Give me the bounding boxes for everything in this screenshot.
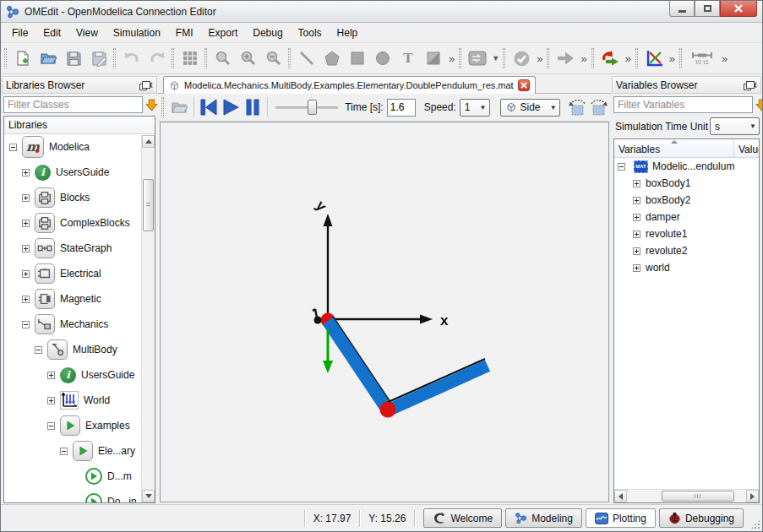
toolbar-handle[interactable] [547,48,549,68]
plot-overflow-button[interactable]: » [667,52,678,65]
menu-view[interactable]: View [68,24,106,41]
toolbar-handle[interactable] [288,48,291,68]
filter-classes-input[interactable] [3,96,143,113]
pause-animation-button[interactable] [243,96,263,118]
interval-overflow-button[interactable]: » [719,52,730,65]
menu-debug[interactable]: Debug [245,24,290,41]
toolbar-handle[interactable] [204,48,207,68]
variable-item-revolute2[interactable]: revolute2 [614,242,759,259]
expand-expander[interactable] [633,214,640,221]
transition-dropdown-caret[interactable]: ▼ [490,54,501,62]
expand-expander[interactable] [22,270,30,278]
toolbar-handle[interactable] [459,48,461,68]
time-input[interactable] [387,99,416,117]
toolbar-handle[interactable] [635,48,638,68]
polygon-shape-button[interactable] [319,46,345,70]
show-grid-button[interactable] [177,46,203,70]
expand-expander[interactable] [22,220,30,227]
play-animation-button[interactable] [221,96,241,118]
zoom-fit-button[interactable] [210,46,236,70]
scroll-up-button[interactable] [142,135,155,148]
toolbar-handle[interactable] [679,48,682,68]
tree-item-examples[interactable]: Examples [4,413,155,438]
tree-item-usersguide[interactable]: i UsersGuide [4,160,155,185]
tree-item-stategraph[interactable]: StateGraph [4,236,155,261]
tab-close-button[interactable] [518,79,530,91]
tree-item-blocks[interactable]: Blocks [4,185,155,210]
expand-expander[interactable] [22,194,30,202]
re-simulate-button[interactable] [597,46,623,70]
re-simulate-overflow-button[interactable]: » [623,52,634,65]
tree-item-complexblocks[interactable]: ComplexBlocks [4,210,155,236]
column-variables[interactable]: Variables [614,139,734,157]
ellipse-shape-button[interactable] [370,46,395,70]
column-value[interactable]: Value [734,139,759,157]
tab-doublependulum-result[interactable]: Modelica.Mechanics.MultiBody.Examples.El… [163,76,536,94]
simulate-overflow-button[interactable]: » [578,52,589,65]
new-modelica-class-button[interactable] [10,46,35,70]
expand-expander[interactable] [22,245,30,252]
menu-edit[interactable]: Edit [35,24,68,41]
toolbar-handle[interactable] [113,48,116,68]
expand-expander[interactable] [47,397,55,404]
variable-item-damper[interactable]: damper [614,209,759,225]
zoom-out-button[interactable] [261,46,286,70]
toolbar-handle[interactable] [591,48,594,68]
tree-item-magnetic[interactable]: Magnetic [4,286,155,312]
menu-export[interactable]: Export [201,24,246,41]
expand-expander[interactable] [22,296,30,303]
zoom-in-button[interactable] [236,46,261,70]
toolbar-overflow-button[interactable]: » [446,52,457,65]
minimize-button[interactable] [669,1,695,17]
variable-item-boxbody1[interactable]: boxBody1 [614,175,759,192]
expand-expander[interactable] [633,264,640,272]
toolbar-handle[interactable] [503,48,505,68]
variable-item-boxbody2[interactable]: boxBody2 [614,192,759,209]
tree-item-doublependulum[interactable]: D...m [4,464,155,489]
rotate-cw-button[interactable] [589,96,609,118]
expand-expander[interactable] [633,231,640,238]
tree-item-mechanics[interactable]: Mechanics [4,312,155,337]
time-unit-combobox[interactable]: s▼ [710,117,760,135]
tree-item-elementary[interactable]: Ele...ary [4,438,155,464]
expand-expander[interactable] [47,372,55,379]
collapse-expander[interactable] [47,422,55,430]
bitmap-shape-button[interactable] [421,46,446,70]
float-dock-button[interactable] [739,80,751,90]
open-animation-file-button[interactable] [169,96,189,118]
tree-item-world[interactable]: World [4,388,155,413]
scroll-right-button[interactable] [746,490,759,502]
new-plot-window-button[interactable] [641,46,667,70]
tree-item-multibody-usersguide[interactable]: i UsersGuide [4,362,155,388]
perspective-plotting-button[interactable]: Plotting [586,508,656,528]
initialize-animation-button[interactable] [199,96,219,118]
menu-file[interactable]: File [4,24,35,41]
filter-options-button[interactable] [145,97,158,112]
save-button[interactable] [61,46,86,70]
scrollbar-thumb[interactable] [662,491,734,502]
menu-help[interactable]: Help [330,24,366,41]
libraries-vertical-scrollbar[interactable] [141,135,155,502]
menu-simulation[interactable]: Simulation [106,24,168,41]
tree-item-modelica[interactable]: m Modelica [4,134,155,160]
variable-item-revolute1[interactable]: revolute1 [614,225,759,242]
instantiate-model-button[interactable] [553,46,578,70]
title-bar[interactable]: OMEdit - OpenModelica Connection Editor [1,1,762,23]
redo-button[interactable] [144,46,170,70]
scroll-left-button[interactable] [614,490,627,502]
maximize-button[interactable] [695,1,720,17]
menu-tools[interactable]: Tools [291,24,330,41]
expand-expander[interactable] [633,247,640,255]
check-overflow-button[interactable]: » [534,52,545,65]
save-as-button[interactable] [86,46,112,70]
expand-expander[interactable] [22,169,30,176]
scrollbar-thumb[interactable] [143,179,154,231]
transition-mode-button[interactable] [465,46,490,70]
tree-item-electrical[interactable]: Electrical [4,261,155,286]
variables-root-item[interactable]: MAT Modelic...endulum [614,158,759,175]
menu-fmi[interactable]: FMI [168,24,201,41]
expand-expander[interactable] [633,197,640,204]
float-dock-button[interactable] [135,80,147,90]
filter-variables-input[interactable] [613,96,753,113]
rectangle-shape-button[interactable] [345,46,370,70]
